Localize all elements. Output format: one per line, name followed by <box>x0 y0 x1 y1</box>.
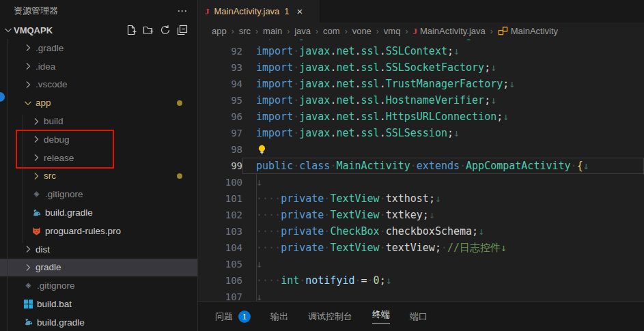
tree-item-proguard-rules.pro[interactable]: proguard-rules.pro <box>0 222 197 240</box>
tree-item-build[interactable]: build <box>0 112 197 130</box>
explorer-header: 资源管理器 ⋯ <box>0 0 197 21</box>
tree-item-label: proguard-rules.pro <box>45 226 121 236</box>
proguard-icon <box>31 225 42 237</box>
refresh-icon[interactable] <box>160 25 171 35</box>
panel-tab-调试控制台[interactable]: 调试控制台 <box>308 311 352 323</box>
breadcrumb-item[interactable]: vone <box>352 26 372 36</box>
breadcrumb-separator: › <box>287 27 290 36</box>
line-number: 103 <box>198 223 242 240</box>
tree-item-build.gradle[interactable]: build.gradle <box>0 313 197 331</box>
breadcrumb-item[interactable]: src <box>239 26 251 36</box>
more-actions-icon[interactable]: ⋯ <box>177 5 188 17</box>
windows-icon <box>23 298 34 310</box>
collapse-all-icon[interactable] <box>177 25 188 35</box>
new-file-icon[interactable] <box>126 25 137 35</box>
close-icon[interactable]: × <box>297 5 303 17</box>
chevron-down-icon <box>23 98 33 109</box>
code-line[interactable]: 98 <box>198 141 644 158</box>
breadcrumb-item[interactable]: vmq <box>384 26 401 36</box>
breadcrumb-item[interactable]: MainActivity <box>498 26 558 36</box>
code-editor[interactable]: import·javax.net.ssl.X509TrustManager;↓9… <box>198 40 644 301</box>
tree-item-gradle[interactable]: gradle <box>0 259 197 277</box>
code-line[interactable]: 96import·javax.net.ssl.HttpsURLConnectio… <box>198 109 644 125</box>
line-number: 93 <box>198 59 242 76</box>
panel-tab-终端[interactable]: 终端 <box>372 308 390 324</box>
code-line[interactable]: 95import·javax.net.ssl.HostnameVerifier;… <box>198 92 644 109</box>
line-number: 97 <box>198 125 242 141</box>
tree-item-label: src <box>44 171 56 181</box>
code-line[interactable]: 106····int·notifyid·=·0;↓ <box>198 272 644 289</box>
tree-item-.gitignore[interactable]: .gitignore <box>0 185 197 203</box>
tree-item-label: app <box>36 98 51 108</box>
tree-item-debug[interactable]: debug <box>0 130 197 149</box>
code-line[interactable]: 100↓ <box>198 174 644 190</box>
tree-item-label: dist <box>36 244 50 255</box>
tree-item-.vscode[interactable]: .vscode <box>0 76 197 94</box>
line-number: 102 <box>198 207 242 223</box>
tab-title: MainActivity.java <box>214 6 280 16</box>
code-line[interactable]: 101····private·TextView·txthost;↓ <box>198 190 644 207</box>
panel-tab-输出[interactable]: 输出 <box>270 311 288 323</box>
breadcrumb-item[interactable]: app <box>212 26 227 36</box>
line-number: 101 <box>198 190 242 207</box>
chevron-right-icon <box>23 244 33 255</box>
line-number: 96 <box>198 109 242 125</box>
tree-item-release[interactable]: release <box>0 149 197 167</box>
code-line[interactable]: 102····private·TextView·txtkey;↓ <box>198 207 644 223</box>
panel-tab-问题[interactable]: 问题1 <box>215 311 251 323</box>
line-number: 104 <box>198 240 242 256</box>
tree-item-dist[interactable]: dist <box>0 240 197 259</box>
indent-guide <box>8 39 8 331</box>
tree-item-src[interactable]: src <box>0 167 197 186</box>
tree-item-label: .gradle <box>36 43 64 53</box>
breadcrumb-separator: › <box>316 27 318 36</box>
code-line[interactable]: 107↓ <box>198 289 644 301</box>
code-line[interactable]: 103····private·CheckBox·checkboxSchema;↓ <box>198 223 644 240</box>
editor-group: J MainActivity.java 1 × app›src›main›jav… <box>198 0 644 331</box>
java-icon: J <box>412 26 417 37</box>
breadcrumb-item[interactable]: JMainActivity.java <box>412 26 485 37</box>
tab-mainactivity[interactable]: J MainActivity.java 1 × <box>198 0 320 23</box>
tree-item-build.bat[interactable]: build.bat <box>0 295 197 313</box>
line-number: 94 <box>198 76 242 92</box>
breadcrumb-separator: › <box>255 27 258 36</box>
project-root-row[interactable]: VMQAPK <box>0 21 197 39</box>
tree-item-label: build.gradle <box>45 207 93 218</box>
indent-guide <box>23 115 23 243</box>
code-line[interactable]: 104····private·TextView·textView;·//日志控件… <box>198 240 644 256</box>
chevron-right-icon <box>23 79 33 90</box>
tree-item-.idea[interactable]: .idea <box>0 57 197 76</box>
tree-item-label: build <box>44 116 64 126</box>
breadcrumb: app›src›main›java›com›vone›vmq›JMainActi… <box>198 23 644 40</box>
breadcrumb-item[interactable]: com <box>323 26 340 36</box>
code-line[interactable]: 92import·javax.net.ssl.SSLContext;↓ <box>198 43 644 59</box>
line-number: 95 <box>198 92 242 109</box>
explorer-title: 资源管理器 <box>14 5 177 17</box>
project-name: VMQAPK <box>14 25 53 35</box>
tree-item-app[interactable]: app <box>0 93 197 112</box>
explorer-toolbar <box>126 25 197 35</box>
breadcrumb-item[interactable]: java <box>294 26 311 36</box>
tree-item-.gitignore[interactable]: .gitignore <box>0 276 197 295</box>
line-number: 106 <box>198 272 242 289</box>
code-line[interactable]: 93import·javax.net.ssl.SSLSocketFactory;… <box>198 59 644 76</box>
code-line[interactable]: 97import·javax.net.ssl.SSLSession;↓ <box>198 125 644 141</box>
line-number: 99 <box>198 158 242 174</box>
code-line[interactable]: 105↓ <box>198 256 644 272</box>
chevron-right-icon <box>23 42 33 53</box>
tree-item-label: .idea <box>36 61 55 72</box>
tree-item-label: .gitignore <box>37 280 75 291</box>
breadcrumb-item[interactable]: main <box>263 26 282 36</box>
new-folder-icon[interactable] <box>143 25 154 35</box>
panel-tab-端口[interactable]: 端口 <box>410 311 428 323</box>
line-number: 92 <box>198 43 242 59</box>
breadcrumb-separator: › <box>405 27 408 36</box>
code-line[interactable]: 99public·class·MainActivity·extends·AppC… <box>198 158 644 174</box>
tree-item-.gradle[interactable]: .gradle <box>0 39 197 57</box>
code-line[interactable]: 94import·javax.net.ssl.TrustManagerFacto… <box>198 76 644 92</box>
git-icon <box>31 188 42 200</box>
chevron-right-icon <box>23 262 33 273</box>
tree-item-build.gradle[interactable]: build.gradle <box>0 203 197 222</box>
explorer-sidebar: 资源管理器 ⋯ VMQAPK .gradle.idea.vscodeappbui… <box>0 0 198 331</box>
git-icon <box>23 280 34 291</box>
